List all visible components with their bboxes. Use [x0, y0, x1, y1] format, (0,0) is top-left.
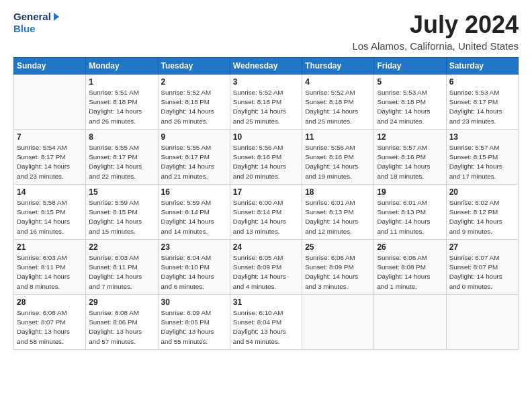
day-info: Sunrise: 5:56 AMSunset: 8:16 PMDaylight:…: [305, 143, 371, 181]
logo-blue: Blue: [13, 23, 59, 35]
day-info: Sunrise: 5:58 AMSunset: 8:15 PMDaylight:…: [17, 198, 83, 236]
day-info: Sunrise: 6:02 AMSunset: 8:12 PMDaylight:…: [449, 198, 515, 236]
calendar-cell: 18Sunrise: 6:01 AMSunset: 8:13 PMDayligh…: [302, 185, 374, 240]
title-block: July 2024 Los Alamos, California, United…: [352, 11, 519, 52]
page-header: General Blue July 2024 Los Alamos, Calif…: [13, 11, 519, 52]
day-number: 13: [449, 132, 515, 142]
calendar-week-row: 14Sunrise: 5:58 AMSunset: 8:15 PMDayligh…: [14, 185, 519, 240]
day-number: 20: [449, 187, 515, 197]
day-info: Sunrise: 6:09 AMSunset: 8:05 PMDaylight:…: [161, 308, 227, 347]
day-number: 10: [233, 132, 299, 142]
logo: General Blue: [13, 11, 59, 35]
day-header-thursday: Thursday: [302, 58, 374, 75]
day-number: 27: [449, 242, 515, 252]
day-number: 17: [233, 187, 299, 197]
day-info: Sunrise: 5:53 AMSunset: 8:17 PMDaylight:…: [449, 88, 515, 126]
location-subtitle: Los Alamos, California, United States: [352, 40, 519, 52]
day-number: 5: [377, 77, 443, 87]
calendar-header-row: SundayMondayTuesdayWednesdayThursdayFrid…: [14, 58, 519, 75]
calendar-cell: 15Sunrise: 5:59 AMSunset: 8:15 PMDayligh…: [86, 185, 158, 240]
calendar-cell: 22Sunrise: 6:03 AMSunset: 8:11 PMDayligh…: [86, 240, 158, 295]
day-info: Sunrise: 6:03 AMSunset: 8:11 PMDaylight:…: [89, 253, 154, 291]
calendar-table: SundayMondayTuesdayWednesdayThursdayFrid…: [13, 57, 519, 350]
day-number: 19: [377, 187, 443, 197]
day-header-friday: Friday: [374, 58, 446, 75]
day-info: Sunrise: 6:04 AMSunset: 8:10 PMDaylight:…: [161, 253, 227, 291]
calendar-cell: 19Sunrise: 6:01 AMSunset: 8:13 PMDayligh…: [374, 185, 446, 240]
calendar-cell: 21Sunrise: 6:03 AMSunset: 8:11 PMDayligh…: [14, 240, 86, 295]
calendar-week-row: 21Sunrise: 6:03 AMSunset: 8:11 PMDayligh…: [14, 240, 519, 295]
day-header-tuesday: Tuesday: [158, 58, 230, 75]
day-header-monday: Monday: [86, 58, 158, 75]
calendar-cell: 5Sunrise: 5:53 AMSunset: 8:18 PMDaylight…: [374, 75, 446, 130]
day-info: Sunrise: 5:51 AMSunset: 8:18 PMDaylight:…: [89, 88, 154, 126]
day-number: 7: [17, 132, 83, 142]
calendar-cell: 28Sunrise: 6:08 AMSunset: 8:07 PMDayligh…: [14, 295, 86, 350]
day-number: 1: [89, 77, 154, 87]
calendar-cell: 25Sunrise: 6:06 AMSunset: 8:09 PMDayligh…: [302, 240, 374, 295]
calendar-cell: 13Sunrise: 5:57 AMSunset: 8:15 PMDayligh…: [446, 130, 518, 185]
day-info: Sunrise: 5:52 AMSunset: 8:18 PMDaylight:…: [305, 88, 371, 126]
calendar-cell: 12Sunrise: 5:57 AMSunset: 8:16 PMDayligh…: [374, 130, 446, 185]
day-number: 24: [233, 242, 299, 252]
calendar-week-row: 1Sunrise: 5:51 AMSunset: 8:18 PMDaylight…: [14, 75, 519, 130]
calendar-cell: 2Sunrise: 5:52 AMSunset: 8:18 PMDaylight…: [158, 75, 230, 130]
calendar-cell: 14Sunrise: 5:58 AMSunset: 8:15 PMDayligh…: [14, 185, 86, 240]
day-info: Sunrise: 5:59 AMSunset: 8:14 PMDaylight:…: [161, 198, 227, 236]
calendar-cell: 27Sunrise: 6:07 AMSunset: 8:07 PMDayligh…: [446, 240, 518, 295]
day-info: Sunrise: 5:52 AMSunset: 8:18 PMDaylight:…: [161, 88, 227, 126]
day-number: 31: [233, 298, 299, 307]
day-info: Sunrise: 5:56 AMSunset: 8:16 PMDaylight:…: [233, 143, 299, 181]
day-number: 26: [377, 242, 443, 252]
day-info: Sunrise: 6:10 AMSunset: 8:04 PMDaylight:…: [233, 308, 299, 347]
day-info: Sunrise: 6:00 AMSunset: 8:14 PMDaylight:…: [233, 198, 299, 236]
day-info: Sunrise: 5:57 AMSunset: 8:15 PMDaylight:…: [449, 143, 515, 181]
day-number: 11: [305, 132, 371, 142]
day-number: 12: [377, 132, 443, 142]
calendar-cell: [14, 75, 86, 130]
calendar-cell: 29Sunrise: 6:08 AMSunset: 8:06 PMDayligh…: [86, 295, 158, 350]
day-info: Sunrise: 5:53 AMSunset: 8:18 PMDaylight:…: [377, 88, 443, 126]
logo-arrow-icon: [54, 13, 59, 21]
logo-general: General: [13, 11, 51, 23]
calendar-cell: 30Sunrise: 6:09 AMSunset: 8:05 PMDayligh…: [158, 295, 230, 350]
calendar-cell: 31Sunrise: 6:10 AMSunset: 8:04 PMDayligh…: [230, 295, 302, 350]
calendar-cell: [446, 295, 518, 350]
day-info: Sunrise: 5:52 AMSunset: 8:18 PMDaylight:…: [233, 88, 299, 126]
day-info: Sunrise: 6:08 AMSunset: 8:06 PMDaylight:…: [89, 308, 154, 347]
day-info: Sunrise: 5:55 AMSunset: 8:17 PMDaylight:…: [89, 143, 154, 181]
calendar-cell: 17Sunrise: 6:00 AMSunset: 8:14 PMDayligh…: [230, 185, 302, 240]
day-number: 2: [161, 77, 227, 87]
day-number: 18: [305, 187, 371, 197]
day-number: 30: [161, 298, 227, 307]
calendar-cell: 20Sunrise: 6:02 AMSunset: 8:12 PMDayligh…: [446, 185, 518, 240]
day-number: 25: [305, 242, 371, 252]
calendar-cell: 1Sunrise: 5:51 AMSunset: 8:18 PMDaylight…: [86, 75, 158, 130]
calendar-cell: 26Sunrise: 6:06 AMSunset: 8:08 PMDayligh…: [374, 240, 446, 295]
day-info: Sunrise: 6:07 AMSunset: 8:07 PMDaylight:…: [449, 253, 515, 291]
day-number: 29: [89, 298, 154, 307]
calendar-week-row: 28Sunrise: 6:08 AMSunset: 8:07 PMDayligh…: [14, 295, 519, 350]
calendar-week-row: 7Sunrise: 5:54 AMSunset: 8:17 PMDaylight…: [14, 130, 519, 185]
day-number: 6: [449, 77, 515, 87]
day-info: Sunrise: 5:59 AMSunset: 8:15 PMDaylight:…: [89, 198, 154, 236]
day-number: 8: [89, 132, 154, 142]
day-number: 4: [305, 77, 371, 87]
day-number: 15: [89, 187, 154, 197]
month-year-title: July 2024: [352, 11, 519, 39]
calendar-cell: 6Sunrise: 5:53 AMSunset: 8:17 PMDaylight…: [446, 75, 518, 130]
calendar-cell: 23Sunrise: 6:04 AMSunset: 8:10 PMDayligh…: [158, 240, 230, 295]
calendar-cell: [374, 295, 446, 350]
day-number: 28: [17, 298, 83, 307]
day-info: Sunrise: 6:01 AMSunset: 8:13 PMDaylight:…: [305, 198, 371, 236]
day-number: 21: [17, 242, 83, 252]
day-header-saturday: Saturday: [446, 58, 518, 75]
calendar-cell: 3Sunrise: 5:52 AMSunset: 8:18 PMDaylight…: [230, 75, 302, 130]
day-header-wednesday: Wednesday: [230, 58, 302, 75]
calendar-cell: 24Sunrise: 6:05 AMSunset: 8:09 PMDayligh…: [230, 240, 302, 295]
day-header-sunday: Sunday: [14, 58, 86, 75]
day-info: Sunrise: 6:06 AMSunset: 8:09 PMDaylight:…: [305, 253, 371, 291]
calendar-cell: 8Sunrise: 5:55 AMSunset: 8:17 PMDaylight…: [86, 130, 158, 185]
day-info: Sunrise: 6:01 AMSunset: 8:13 PMDaylight:…: [377, 198, 443, 236]
day-info: Sunrise: 6:08 AMSunset: 8:07 PMDaylight:…: [17, 308, 83, 347]
